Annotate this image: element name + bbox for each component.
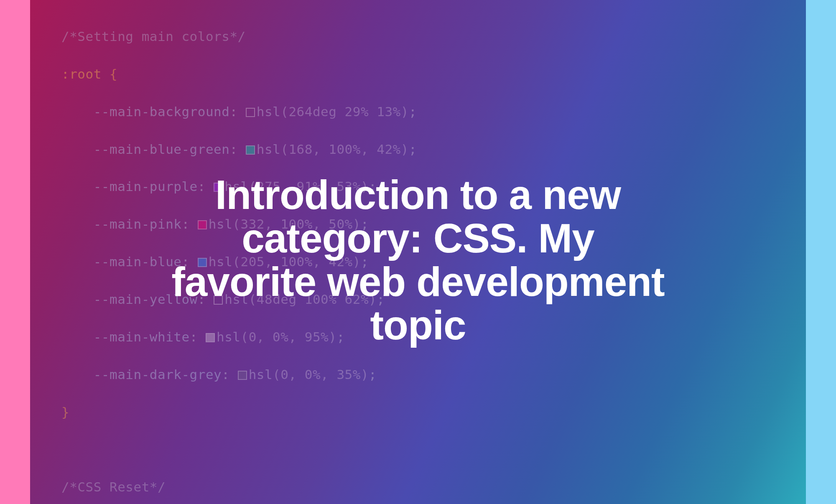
hero-banner: /*Setting main colors*/ :root { --main-b… xyxy=(0,0,836,504)
main-panel: /*Setting main colors*/ :root { --main-b… xyxy=(30,0,806,504)
left-accent-bar xyxy=(0,0,30,504)
right-accent-bar xyxy=(806,0,836,504)
hero-title: Introduction to a new category: CSS. My … xyxy=(167,173,669,347)
hero-overlay: Introduction to a new category: CSS. My … xyxy=(30,0,806,504)
